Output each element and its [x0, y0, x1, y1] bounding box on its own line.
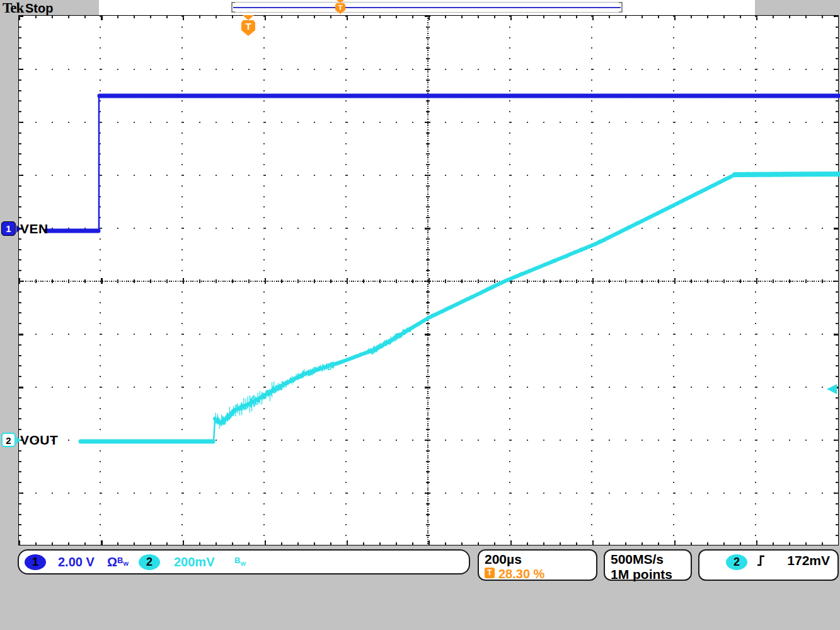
- trigger-level-arrow-icon[interactable]: [827, 384, 837, 394]
- record-bracket-left: [231, 2, 235, 13]
- trigger-arrow-icon: [243, 15, 254, 20]
- channel2-reference-marker[interactable]: 2: [1, 433, 21, 447]
- channel2-scale: 200mV: [174, 555, 215, 569]
- graticule-edge-ticks-right: [834, 16, 838, 545]
- record-trigger-position-marker[interactable]: T: [335, 0, 345, 14]
- record-bracket-right: [619, 2, 623, 13]
- channel2-pill: 2: [139, 554, 160, 570]
- channel1-reference-marker[interactable]: 1: [1, 221, 21, 236]
- trigger-position-percent: 28.30 %: [498, 567, 544, 581]
- acquisition-readout-box: 500MS/s 1M points: [604, 549, 692, 581]
- record-length: 1M points: [611, 567, 672, 582]
- graticule: [18, 15, 839, 545]
- ohm-symbol: Ω: [107, 555, 117, 569]
- tek-logo: Tek: [3, 0, 23, 16]
- channel1-pill: 1: [25, 554, 46, 570]
- trace-label-vout: VOUT: [20, 433, 58, 448]
- acquisition-preview-bar: [231, 2, 623, 13]
- trigger-arrow-icon: [337, 0, 344, 3]
- trigger-level: 172mV: [787, 553, 830, 568]
- channel-readout-box: 1 2.00 V ΩBW 2 200mV BW: [18, 549, 470, 575]
- trigger-t-icon: T: [485, 568, 495, 578]
- graticule-edge-ticks-top: [19, 16, 838, 20]
- record-line: [233, 7, 621, 8]
- rising-edge-icon: [756, 554, 766, 568]
- channel1-scale: 2.00 V: [58, 555, 95, 569]
- trigger-t-icon: T: [241, 20, 255, 36]
- screen-trigger-position-marker[interactable]: T: [241, 15, 255, 36]
- graticule-edge-ticks-left: [19, 16, 23, 545]
- trigger-source-pill: 2: [726, 554, 747, 570]
- channel2-bandwidth: BW: [234, 555, 246, 569]
- channel1-coupling-bandwidth: ΩBW: [107, 555, 129, 569]
- center-horizontal-axis: [19, 278, 838, 284]
- trigger-t-icon: T: [335, 3, 345, 14]
- sample-rate: 500MS/s: [611, 552, 664, 567]
- acquisition-status: Stop: [25, 1, 53, 16]
- bandwidth-icon: B: [234, 556, 240, 565]
- graticule-edge-ticks-bottom: [19, 540, 838, 545]
- channel1-badge: 1: [1, 221, 16, 236]
- trigger-readout-box: 2 172mV: [698, 549, 839, 581]
- horizontal-readout-box: 200µs T 28.30 %: [478, 549, 597, 581]
- timebase-scale: 200µs: [485, 552, 522, 567]
- oscilloscope-screen: { "header": { "logo": "Tek", "acq_status…: [0, 0, 840, 630]
- trace-label-ven: VEN: [20, 221, 49, 236]
- channel2-badge: 2: [1, 433, 16, 447]
